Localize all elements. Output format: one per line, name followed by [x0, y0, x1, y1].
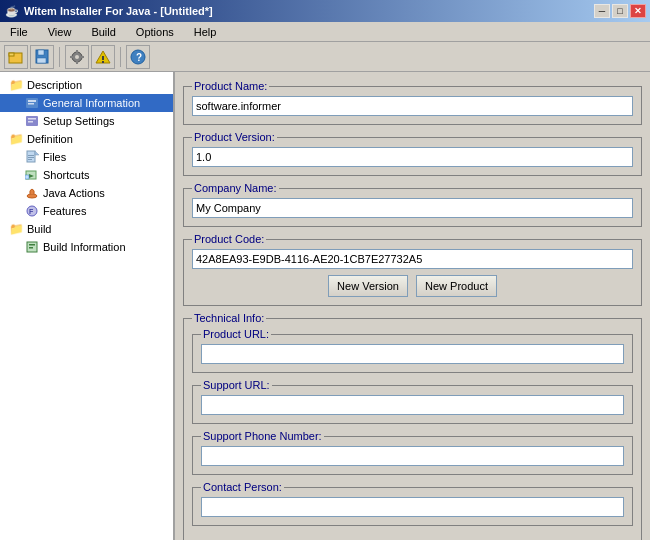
svg-rect-35	[29, 247, 33, 249]
folder-icon-3: 📁	[8, 221, 24, 237]
technical-info-fieldset: Technical Info: Product URL: Support URL…	[183, 312, 642, 540]
shortcut-icon	[24, 167, 40, 183]
company-name-fieldset: Company Name:	[183, 182, 642, 227]
product-version-legend: Product Version:	[192, 131, 277, 143]
files-icon	[24, 149, 40, 165]
support-url-input[interactable]	[201, 395, 624, 415]
tree-item-build-information[interactable]: Build Information	[0, 238, 173, 256]
product-url-fieldset: Product URL:	[192, 328, 633, 373]
svg-rect-26	[28, 159, 32, 160]
svg-rect-7	[76, 50, 78, 53]
product-url-legend: Product URL:	[201, 328, 271, 340]
support-url-fieldset: Support URL:	[192, 379, 633, 424]
gear-icon	[24, 95, 40, 111]
toolbar: ?	[0, 42, 650, 72]
minimize-button[interactable]: ─	[594, 4, 610, 18]
contact-person-legend: Contact Person:	[201, 481, 284, 493]
window-title: Witem Installer For Java - [Untitled*]	[24, 5, 213, 17]
svg-point-6	[75, 55, 79, 59]
new-product-button[interactable]: New Product	[416, 275, 497, 297]
company-name-input[interactable]	[192, 198, 633, 218]
support-phone-legend: Support Phone Number:	[201, 430, 324, 442]
settings-button[interactable]	[65, 45, 89, 69]
svg-rect-17	[28, 100, 36, 102]
svg-rect-25	[28, 157, 34, 158]
menu-help[interactable]: Help	[188, 24, 223, 40]
product-code-fieldset: Product Code: New Version New Product	[183, 233, 642, 306]
exclamation-icon	[95, 49, 111, 65]
svg-text:?: ?	[136, 52, 142, 63]
svg-rect-3	[38, 50, 44, 55]
svg-rect-8	[76, 61, 78, 64]
warning-button[interactable]	[91, 45, 115, 69]
svg-rect-24	[28, 155, 34, 156]
product-url-input[interactable]	[201, 344, 624, 364]
svg-rect-22	[27, 151, 35, 162]
svg-text:F: F	[29, 208, 34, 215]
svg-rect-10	[81, 56, 84, 58]
maximize-button[interactable]: □	[612, 4, 628, 18]
build-info-icon	[24, 239, 40, 255]
save-icon	[34, 49, 50, 65]
tree-item-setup-settings[interactable]: Setup Settings	[0, 112, 173, 130]
svg-rect-13	[102, 61, 104, 63]
product-name-input[interactable]	[192, 96, 633, 116]
folder-icon-2: 📁	[8, 131, 24, 147]
title-bar: ☕ Witem Installer For Java - [Untitled*]…	[0, 0, 650, 22]
tree-item-definition[interactable]: 📁 Definition	[0, 130, 173, 148]
tree-item-build[interactable]: 📁 Build	[0, 220, 173, 238]
svg-point-30	[27, 194, 37, 198]
app-icon: ☕	[4, 3, 20, 19]
tree-panel: 📁 Description General Information	[0, 72, 175, 540]
support-phone-input[interactable]	[201, 446, 624, 466]
product-name-legend: Product Name:	[192, 80, 269, 92]
help-button[interactable]: ?	[126, 45, 150, 69]
tree-item-files[interactable]: Files	[0, 148, 173, 166]
folder-icon: 📁	[8, 77, 24, 93]
menu-view[interactable]: View	[42, 24, 78, 40]
tree-item-features[interactable]: F Features	[0, 202, 173, 220]
svg-rect-1	[9, 53, 14, 56]
tree-item-shortcuts[interactable]: Shortcuts	[0, 166, 173, 184]
window-controls: ─ □ ✕	[594, 4, 646, 18]
java-icon	[24, 185, 40, 201]
folder-icon	[8, 49, 24, 65]
product-version-input[interactable]	[192, 147, 633, 167]
main-area: 📁 Description General Information	[0, 72, 650, 540]
new-version-button[interactable]: New Version	[328, 275, 408, 297]
gear-icon	[69, 49, 85, 65]
product-version-fieldset: Product Version:	[183, 131, 642, 176]
help-icon: ?	[130, 49, 146, 65]
technical-info-legend: Technical Info:	[192, 312, 266, 324]
product-code-input[interactable]	[192, 249, 633, 269]
tree-item-description[interactable]: 📁 Description	[0, 76, 173, 94]
support-phone-fieldset: Support Phone Number:	[192, 430, 633, 475]
tree-item-general-information[interactable]: General Information	[0, 94, 173, 112]
product-code-legend: Product Code:	[192, 233, 266, 245]
toolbar-separator-2	[120, 47, 121, 67]
menu-options[interactable]: Options	[130, 24, 180, 40]
contact-person-input[interactable]	[201, 497, 624, 517]
menu-bar: File View Build Options Help	[0, 22, 650, 42]
svg-rect-4	[37, 58, 46, 63]
menu-build[interactable]: Build	[85, 24, 121, 40]
svg-rect-34	[29, 244, 35, 246]
svg-rect-18	[28, 103, 34, 105]
settings-icon	[24, 113, 40, 129]
product-name-fieldset: Product Name:	[183, 80, 642, 125]
svg-rect-12	[102, 56, 104, 60]
close-button[interactable]: ✕	[630, 4, 646, 18]
new-button[interactable]	[4, 45, 28, 69]
right-panel: Product Name: Product Version: Company N…	[175, 72, 650, 540]
support-url-legend: Support URL:	[201, 379, 272, 391]
svg-rect-21	[28, 121, 33, 123]
svg-rect-29	[25, 175, 29, 179]
company-name-legend: Company Name:	[192, 182, 279, 194]
toolbar-separator-1	[59, 47, 60, 67]
svg-rect-9	[70, 56, 73, 58]
features-icon: F	[24, 203, 40, 219]
svg-marker-23	[35, 151, 39, 155]
save-button[interactable]	[30, 45, 54, 69]
menu-file[interactable]: File	[4, 24, 34, 40]
tree-item-java-actions[interactable]: Java Actions	[0, 184, 173, 202]
